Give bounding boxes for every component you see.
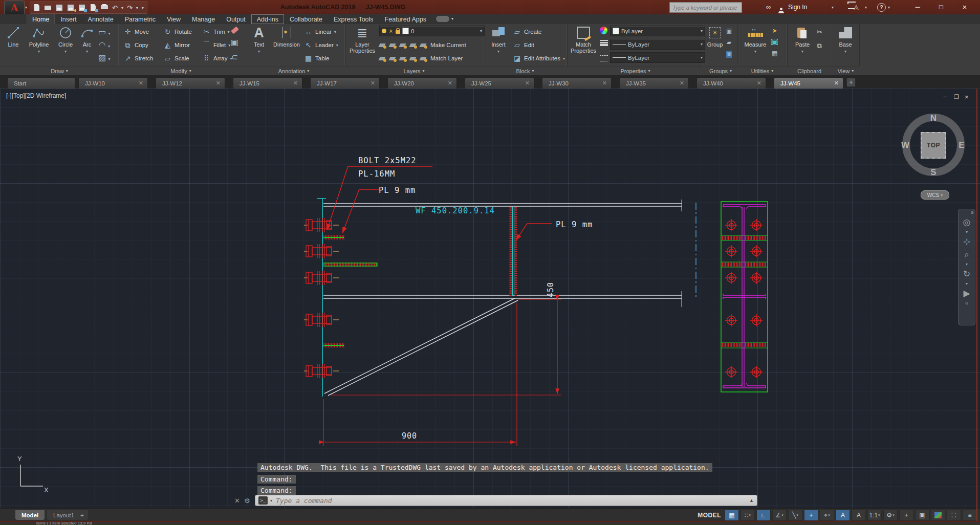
base-caret-icon[interactable]: ▾ [844, 49, 846, 55]
close-tab-icon[interactable]: ✕ [602, 80, 607, 86]
model-space-label[interactable]: MODEL [698, 512, 721, 519]
move-button[interactable]: ✛Move [123, 26, 149, 37]
close-tab-icon[interactable]: ✕ [525, 80, 530, 86]
file-tab-jj-w35[interactable]: JJ-W35✕ [619, 77, 689, 89]
quick-select-icon[interactable]: ▣ [771, 39, 778, 45]
panel-label-clipboard[interactable]: Clipboard [787, 66, 832, 75]
copy-button[interactable]: ⧉Copy [123, 39, 148, 51]
table-button[interactable]: ▦Table [304, 53, 330, 64]
hardware-acceleration-icon[interactable] [931, 510, 945, 521]
file-tab-jj-w25[interactable]: JJ-W25✕ [465, 77, 534, 89]
sign-in-caret-icon[interactable]: ▾ [832, 5, 834, 10]
line-button[interactable]: Line [3, 25, 24, 48]
trim-button[interactable]: ✂Trim▾ [202, 26, 230, 37]
arc-caret-icon[interactable]: ▾ [86, 49, 88, 55]
file-tab-jj-w30[interactable]: JJ-W30✕ [542, 77, 612, 89]
edit-attributes-caret-icon[interactable]: ▾ [563, 56, 565, 61]
new-layout-button[interactable]: + [78, 510, 88, 520]
command-recent-caret-icon[interactable]: ▾ [270, 498, 272, 503]
annotation-autoscale-icon[interactable]: A [852, 510, 866, 521]
ellipse-icon[interactable]: ◠ ▾ [99, 40, 110, 50]
edit-attributes-button[interactable]: ◪Edit Attributes▾ [513, 53, 565, 64]
command-input[interactable] [275, 496, 747, 505]
layer-thaw-all-icon[interactable] [389, 56, 396, 61]
file-tab-start[interactable]: Start [7, 77, 75, 89]
base-view-button[interactable]: Base ▾ [835, 25, 856, 55]
polyline-caret-icon[interactable]: ▾ [38, 49, 40, 55]
polyline-button[interactable]: Polyline ▾ [25, 25, 53, 55]
viewport-controls[interactable]: [-][Top][2D Wireframe] [6, 92, 66, 99]
layer-off-icon[interactable] [379, 56, 386, 61]
customization-menu-icon[interactable]: ≡ [963, 510, 977, 521]
object-snap-icon[interactable]: ⌖▾ [820, 510, 834, 521]
panel-label-block[interactable]: Block▾ [483, 66, 567, 75]
command-close-icon[interactable]: ✕ [234, 497, 240, 505]
viewport-restore-icon[interactable]: ❐ [954, 94, 959, 100]
orbit-icon[interactable]: ↻ [963, 270, 970, 279]
linear-caret-icon[interactable]: ▾ [334, 30, 336, 34]
navbar-minimize-icon[interactable]: ⊖ [965, 302, 969, 305]
make-current-label[interactable]: Make Current [430, 42, 466, 48]
maximize-button[interactable]: □ [933, 0, 949, 14]
ribbon-tab-collaborate[interactable]: Collaborate [284, 14, 328, 24]
panel-label-properties[interactable]: Properties▾ [567, 66, 704, 75]
close-tab-icon[interactable]: ✕ [371, 80, 375, 86]
close-tab-icon[interactable]: ✕ [216, 80, 221, 86]
workspace-switching-icon[interactable]: ⚙▾ [883, 510, 898, 521]
help-caret-icon[interactable]: ▾ [888, 5, 890, 10]
file-tab-jj-w10[interactable]: JJ-W10✕ [78, 77, 148, 89]
linetype-dropdown[interactable]: ByLayer ▾ [610, 52, 705, 63]
file-tab-jj-w17[interactable]: JJ-W17✕ [310, 77, 380, 89]
ribbon-tab-view[interactable]: View [161, 14, 186, 24]
copy-clip-icon[interactable]: ⧉ [817, 42, 822, 50]
layer-on-all-icon[interactable] [400, 56, 406, 61]
minimize-button[interactable]: ─ [910, 0, 925, 14]
circle-caret-icon[interactable]: ▾ [64, 49, 67, 55]
array-button[interactable]: ⠿Array▾ [202, 53, 232, 64]
linear-dimension-button[interactable]: ↔Linear▾ [304, 26, 336, 37]
paste-button[interactable]: Paste ▾ [791, 25, 814, 55]
wheel-caret-icon[interactable]: ▾ [966, 231, 968, 234]
close-tab-icon[interactable]: ✕ [293, 80, 298, 86]
grid-display-icon[interactable]: ▦ [725, 510, 739, 521]
match-properties-button[interactable]: Match Properties [569, 25, 598, 54]
match-layer-icon[interactable] [420, 56, 427, 61]
group-edit-icon[interactable]: ▰ [727, 39, 731, 46]
edit-block-button[interactable]: ▱Edit [513, 39, 534, 51]
lineweight-dropdown[interactable]: ByLayer ▾ [610, 39, 705, 50]
command-prompt-icon[interactable]: >_ [258, 496, 268, 505]
file-tab-jj-w45[interactable]: JJ-W45✕ [774, 77, 843, 89]
layer-properties-button[interactable]: ≣ Layer Properties [347, 25, 377, 54]
isolate-objects-icon[interactable]: ▣ [915, 510, 929, 521]
group-button[interactable]: ✶ Group [705, 25, 725, 48]
close-tab-icon[interactable]: ✕ [680, 80, 684, 86]
drawing-canvas[interactable] [0, 89, 980, 521]
help-icon[interactable]: ? [877, 3, 886, 12]
panel-label-utilities[interactable]: Utilities▾ [737, 66, 787, 75]
wcs-selector[interactable]: WCS▾ [921, 190, 949, 200]
close-tab-icon[interactable]: ✕ [757, 80, 761, 86]
panel-label-modify[interactable]: Modify▾ [119, 66, 243, 75]
annotation-monitor-icon[interactable]: ＋ [899, 510, 913, 521]
measure-caret-icon[interactable]: ▾ [754, 49, 756, 55]
pan-icon[interactable]: ⊹ [963, 237, 970, 247]
leader-caret-icon[interactable]: ▾ [336, 43, 338, 48]
viewcube-west[interactable]: W [900, 140, 910, 150]
close-tab-icon[interactable]: ✕ [834, 80, 839, 86]
ribbon-display-caret-icon[interactable]: ▾ [451, 16, 453, 24]
annotation-visibility-icon[interactable]: A [836, 510, 850, 521]
measure-button[interactable]: Measure ▾ [743, 25, 768, 55]
viewcube-east[interactable]: E [956, 140, 967, 150]
fillet-button[interactable]: ⌒Fillet▾ [202, 39, 230, 51]
ribbon-tab-express-tools[interactable]: Express Tools [328, 14, 379, 24]
fillet-caret-icon[interactable]: ▾ [228, 43, 230, 48]
hatch-icon[interactable]: ▨ ▾ [98, 53, 111, 62]
clean-screen-icon[interactable]: ⛶ [947, 510, 961, 521]
layer-unisolate-icon[interactable] [389, 42, 396, 48]
ribbon-tab-output[interactable]: Output [221, 14, 251, 24]
viewcube-top-face[interactable]: TOP [921, 132, 946, 159]
paste-caret-icon[interactable]: ▾ [801, 49, 803, 55]
rectangle-icon[interactable]: ▭ ▾ [98, 27, 111, 37]
ribbon-tab-home[interactable]: Home [27, 14, 55, 24]
create-block-button[interactable]: ▱Create [513, 26, 542, 37]
